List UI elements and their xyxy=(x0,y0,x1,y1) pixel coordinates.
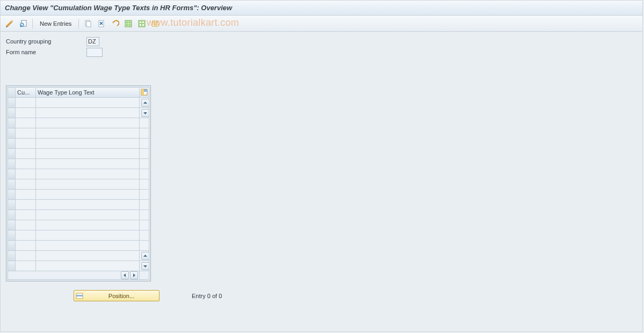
country-grouping-row: Country grouping xyxy=(6,36,637,47)
cell-wage-text[interactable] xyxy=(36,210,140,220)
select-all-header[interactable] xyxy=(8,88,16,98)
country-grouping-input[interactable] xyxy=(86,37,99,46)
row-select-handle[interactable] xyxy=(8,149,16,159)
table-config-header[interactable] xyxy=(140,88,149,98)
cell-wage-text[interactable] xyxy=(36,169,140,179)
undo-button[interactable] xyxy=(109,18,121,29)
table-row xyxy=(8,169,149,179)
row-select-handle[interactable] xyxy=(8,220,16,230)
cell-cu[interactable] xyxy=(16,200,36,210)
cell-wage-text[interactable] xyxy=(36,251,140,261)
deselect-all-button[interactable] xyxy=(136,18,148,29)
toolbar-separator xyxy=(32,19,33,28)
row-select-handle[interactable] xyxy=(8,179,16,190)
select-all-button[interactable] xyxy=(122,18,134,29)
cell-wage-text[interactable] xyxy=(36,230,140,241)
cell-cu[interactable] xyxy=(16,139,36,149)
cell-cu[interactable] xyxy=(16,179,36,190)
new-entries-button[interactable]: New Entries xyxy=(36,18,75,29)
position-button[interactable]: Position... xyxy=(74,290,160,301)
cell-wage-text[interactable] xyxy=(36,139,140,149)
row-select-handle[interactable] xyxy=(8,98,16,108)
cell-cu[interactable] xyxy=(16,251,36,261)
cell-wage-text[interactable] xyxy=(36,179,140,190)
row-select-handle[interactable] xyxy=(8,190,16,200)
row-select-handle[interactable] xyxy=(8,159,16,169)
row-select-handle[interactable] xyxy=(8,230,16,241)
footer-bar: Position... Entry 0 of 0 xyxy=(6,290,637,301)
cell-cu[interactable] xyxy=(16,190,36,200)
svg-rect-18 xyxy=(153,21,158,26)
cell-cu[interactable] xyxy=(16,169,36,179)
triangle-up-icon xyxy=(143,254,147,258)
scroll-left-button[interactable] xyxy=(121,271,129,279)
cell-wage-text[interactable] xyxy=(36,220,140,230)
cell-cu[interactable] xyxy=(16,118,36,128)
form-name-row: Form name xyxy=(6,47,637,57)
cell-wage-text[interactable] xyxy=(36,261,140,271)
cell-cu[interactable] xyxy=(16,241,36,251)
row-select-handle[interactable] xyxy=(8,251,16,261)
row-select-handle[interactable] xyxy=(8,210,16,220)
table-row xyxy=(8,230,149,241)
cell-wage-text[interactable] xyxy=(36,98,140,108)
vertical-scroll-cell xyxy=(140,169,149,179)
cell-cu[interactable] xyxy=(16,128,36,139)
vertical-scroll-cell xyxy=(140,98,149,108)
vertical-scroll-cell xyxy=(140,261,149,271)
cell-wage-text[interactable] xyxy=(36,128,140,139)
print-button[interactable] xyxy=(149,18,161,29)
row-select-handle[interactable] xyxy=(8,169,16,179)
cell-cu[interactable] xyxy=(16,220,36,230)
table-row xyxy=(8,128,149,139)
svg-rect-10 xyxy=(129,21,131,23)
change-display-toggle-button[interactable] xyxy=(4,18,16,29)
magnifier-paper-icon xyxy=(19,19,27,28)
cell-wage-text[interactable] xyxy=(36,190,140,200)
svg-rect-27 xyxy=(76,295,83,296)
cell-cu[interactable] xyxy=(16,159,36,169)
scroll-right-button[interactable] xyxy=(130,271,138,279)
scroll-up-button[interactable] xyxy=(141,99,149,107)
row-select-handle[interactable] xyxy=(8,261,16,271)
find-button[interactable] xyxy=(17,18,29,29)
cell-wage-text[interactable] xyxy=(36,108,140,118)
row-select-handle[interactable] xyxy=(8,200,16,210)
vertical-scroll-cell xyxy=(140,118,149,128)
row-select-handle[interactable] xyxy=(8,139,16,149)
row-select-handle[interactable] xyxy=(8,108,16,118)
triangle-down-icon xyxy=(143,264,147,268)
column-header-cu[interactable]: Cu... xyxy=(16,88,36,98)
row-select-handle[interactable] xyxy=(8,128,16,139)
triangle-down-icon xyxy=(143,111,147,115)
form-name-input[interactable] xyxy=(86,48,103,57)
cell-cu[interactable] xyxy=(16,149,36,159)
cell-wage-text[interactable] xyxy=(36,241,140,251)
table-print-icon xyxy=(151,19,160,28)
copy-button[interactable] xyxy=(82,18,94,29)
cell-wage-text[interactable] xyxy=(36,159,140,169)
cell-cu[interactable] xyxy=(16,108,36,118)
delete-button[interactable] xyxy=(96,18,107,29)
table-header-row: Cu... Wage Type Long Text xyxy=(8,88,149,98)
cell-wage-text[interactable] xyxy=(36,200,140,210)
cell-cu[interactable] xyxy=(16,261,36,271)
cell-cu[interactable] xyxy=(16,98,36,108)
new-entries-label: New Entries xyxy=(40,20,71,27)
row-select-handle[interactable] xyxy=(8,241,16,251)
toolbar: New Entries xyxy=(1,16,642,32)
scroll-down-button[interactable] xyxy=(141,262,149,270)
column-header-wage-text[interactable]: Wage Type Long Text xyxy=(36,88,140,98)
cell-cu[interactable] xyxy=(16,230,36,241)
scroll-down-button[interactable] xyxy=(141,109,149,117)
country-grouping-label: Country grouping xyxy=(6,38,86,45)
data-table: Cu... Wage Type Long Text xyxy=(8,87,149,280)
delete-page-icon xyxy=(97,19,106,28)
cell-cu[interactable] xyxy=(16,210,36,220)
position-icon xyxy=(75,292,84,300)
cell-wage-text[interactable] xyxy=(36,118,140,128)
cell-wage-text[interactable] xyxy=(36,149,140,159)
row-select-handle[interactable] xyxy=(8,118,16,128)
position-button-label: Position... xyxy=(85,293,158,299)
scroll-up-button[interactable] xyxy=(141,252,149,260)
